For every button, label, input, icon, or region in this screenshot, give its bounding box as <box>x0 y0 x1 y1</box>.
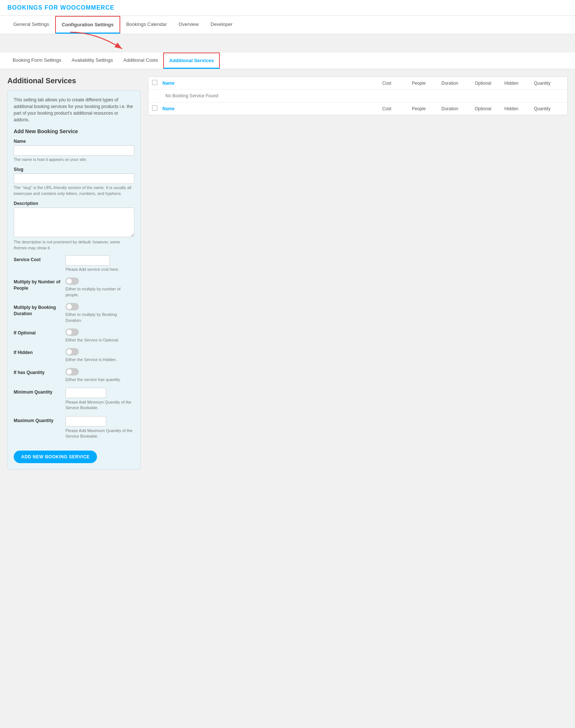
description-group: Description The description is not promi… <box>14 201 134 251</box>
nav-item-developer[interactable]: Developer <box>205 16 238 33</box>
multiply-duration-toggle[interactable] <box>65 303 79 310</box>
max-quantity-content: Please Add Maximum Quantity of the Servi… <box>65 416 134 439</box>
form-description: This setting tab allows you to create di… <box>14 97 134 123</box>
if-hidden-label: If Hidden <box>14 348 62 356</box>
description-textarea[interactable] <box>14 208 134 237</box>
max-quantity-input[interactable] <box>65 416 106 427</box>
nav-item-overview[interactable]: Overview <box>173 16 205 33</box>
annotation-area <box>0 34 575 53</box>
if-has-quantity-hint: Either the service has quantity. <box>65 377 134 382</box>
multiply-duration-hint: Either to multiply by Booking Duration. <box>65 312 134 323</box>
multiply-duration-row: Multiply by Booking Duration Either to m… <box>14 303 134 323</box>
min-quantity-input[interactable] <box>65 388 106 398</box>
table-footer-select-all-checkbox[interactable] <box>152 105 157 111</box>
min-quantity-label: Minimum Quantity <box>14 388 62 395</box>
arrow-annotation <box>67 30 141 53</box>
multiply-duration-label: Multiply by Booking Duration <box>14 303 62 317</box>
description-label: Description <box>14 201 134 206</box>
table-footer-col-optional: Optional <box>475 106 504 111</box>
main-content: Additional Services This setting tab all… <box>0 69 575 661</box>
table-select-all-checkbox[interactable] <box>152 80 157 85</box>
if-optional-content: Either the Service is Optional. <box>65 328 134 343</box>
table-footer-col-cost: Cost <box>382 106 412 111</box>
sub-nav-additional-services[interactable]: Additional Services <box>163 53 220 69</box>
nav-item-general-settings[interactable]: General Settings <box>7 16 55 33</box>
toggle-knob-5 <box>67 369 72 374</box>
table-header-row: Name Cost People Duration Optional Hidde… <box>148 77 567 90</box>
if-optional-row: If Optional Either the Service is Option… <box>14 328 134 343</box>
if-hidden-row: If Hidden Either the Service is Hidden. <box>14 348 134 363</box>
name-label: Name <box>14 139 134 144</box>
if-optional-toggle[interactable] <box>65 328 79 336</box>
table-footer-col-quantity: Quantity <box>534 106 564 111</box>
add-new-booking-service-button[interactable]: ADD NEW BOOKING SERVICE <box>14 451 97 463</box>
table-col-cost: Cost <box>382 81 412 86</box>
table-col-name: Name <box>162 81 382 86</box>
table-col-people: People <box>412 81 441 86</box>
table-col-quantity: Quantity <box>534 81 564 86</box>
description-hint: The description is not prominent by defa… <box>14 239 134 251</box>
service-cost-row: Service Cost Please Add service cost her… <box>14 255 134 272</box>
sub-nav-additional-costs[interactable]: Additional Costs <box>118 53 163 68</box>
if-has-quantity-content: Either the service has quantity. <box>65 368 134 382</box>
service-cost-input[interactable] <box>65 255 110 266</box>
table-footer-checkbox-cell <box>152 105 162 112</box>
table-footer-col-name: Name <box>162 106 382 111</box>
right-panel: Name Cost People Duration Optional Hidde… <box>148 77 568 115</box>
header: BOOKINGS FOR WOOCOMMERCE <box>0 0 575 16</box>
multiply-people-label: Multiply by Number of People <box>14 277 62 291</box>
if-has-quantity-toggle[interactable] <box>65 368 79 375</box>
table-footer-header-row: Name Cost People Duration Optional Hidde… <box>148 102 567 115</box>
if-hidden-toggle[interactable] <box>65 348 79 355</box>
if-has-quantity-label: If has Quantity <box>14 368 62 376</box>
min-quantity-hint: Please Add Minimum Quantity of the Servi… <box>65 400 134 411</box>
service-cost-label: Service Cost <box>14 255 62 263</box>
max-quantity-hint: Please Add Maximum Quantity of the Servi… <box>65 428 134 439</box>
table-header-checkbox-cell <box>152 80 162 86</box>
sub-nav-availability-settings[interactable]: Availability Settings <box>67 53 118 68</box>
table-footer-col-duration: Duration <box>441 106 475 111</box>
slug-group: Slug The "slug" is the URL-friendly vers… <box>14 167 134 196</box>
table-col-duration: Duration <box>441 81 475 86</box>
multiply-people-hint: Either to multiply by number of people. <box>65 286 134 298</box>
table-footer-col-hidden: Hidden <box>504 106 534 111</box>
table-col-optional: Optional <box>475 81 504 86</box>
sub-nav: Booking Form Settings Availability Setti… <box>0 53 575 69</box>
service-cost-hint: Please Add service cost here. <box>65 267 134 272</box>
table-footer-col-people: People <box>412 106 441 111</box>
slug-label: Slug <box>14 167 134 172</box>
if-optional-hint: Either the Service is Optional. <box>65 337 134 343</box>
no-data-message: No Booking Service Found <box>148 90 567 102</box>
app-title: BOOKINGS FOR WOOCOMMERCE <box>7 4 114 11</box>
services-table: Name Cost People Duration Optional Hidde… <box>148 77 567 115</box>
slug-input[interactable] <box>14 173 134 184</box>
toggle-knob-2 <box>67 304 72 309</box>
sub-nav-booking-form-settings[interactable]: Booking Form Settings <box>7 53 67 68</box>
toggle-knob-3 <box>67 330 72 335</box>
if-optional-label: If Optional <box>14 328 62 336</box>
slug-hint: The "slug" is the URL-friendly version o… <box>14 185 134 196</box>
multiply-people-row: Multiply by Number of People Either to m… <box>14 277 134 298</box>
toggle-knob <box>67 279 72 284</box>
min-quantity-row: Minimum Quantity Please Add Minimum Quan… <box>14 388 134 411</box>
multiply-people-content: Either to multiply by number of people. <box>65 277 134 298</box>
form-panel: This setting tab allows you to create di… <box>7 90 141 469</box>
if-hidden-content: Either the Service is Hidden. <box>65 348 134 363</box>
max-quantity-row: Maximum Quantity Please Add Maximum Quan… <box>14 416 134 439</box>
name-group: Name The name is how it appears on your … <box>14 139 134 162</box>
left-panel: Additional Services This setting tab all… <box>7 77 141 654</box>
table-col-hidden: Hidden <box>504 81 534 86</box>
name-hint: The name is how it appears on your site. <box>14 157 134 162</box>
multiply-people-toggle[interactable] <box>65 277 79 285</box>
toggle-knob-4 <box>67 349 72 354</box>
max-quantity-label: Maximum Quantity <box>14 416 62 424</box>
if-has-quantity-row: If has Quantity Either the service has q… <box>14 368 134 382</box>
service-cost-content: Please Add service cost here. <box>65 255 134 272</box>
name-input[interactable] <box>14 145 134 156</box>
multiply-duration-content: Either to multiply by Booking Duration. <box>65 303 134 323</box>
page-title: Additional Services <box>7 77 141 85</box>
form-section-title: Add New Booking Service <box>14 128 134 134</box>
min-quantity-content: Please Add Minimum Quantity of the Servi… <box>65 388 134 411</box>
if-hidden-hint: Either the Service is Hidden. <box>65 357 134 363</box>
